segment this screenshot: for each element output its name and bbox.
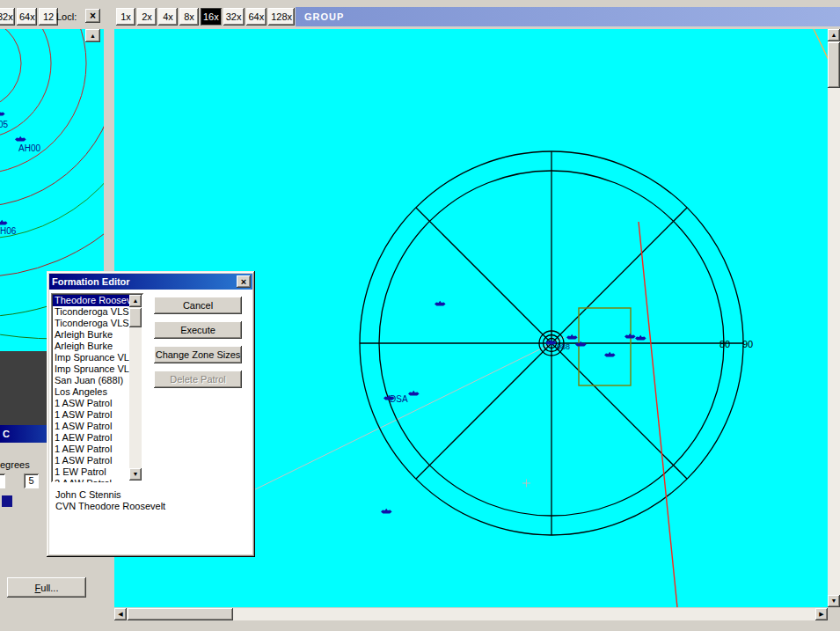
group-titlebar[interactable]: GROUP [296, 7, 840, 26]
list-scroll-up-button[interactable]: ▲ [129, 295, 142, 307]
left-window-close-button[interactable]: × [85, 9, 100, 23]
formation-list-item[interactable]: 1 EW Patrol [53, 466, 129, 478]
dialog-close-button[interactable]: × [237, 275, 251, 288]
vertical-scrollbar-thumb[interactable] [828, 42, 840, 88]
course-line-gray [237, 337, 565, 498]
formation-list-item[interactable]: 1 AEW Patrol [53, 432, 129, 444]
patrol-zone-rect[interactable] [579, 308, 631, 385]
hidden-window-title: C [3, 429, 10, 439]
ship-icon[interactable] [566, 334, 578, 340]
delete-patrol-button: Delete Patrol [154, 371, 242, 388]
zoom-button-64x[interactable]: 64x [17, 8, 37, 26]
formation-list-item[interactable]: Ticonderoga VLS [53, 306, 129, 318]
ship-icon[interactable] [381, 509, 392, 514]
ship-icon[interactable] [0, 220, 8, 225]
ship-icon[interactable] [435, 301, 446, 306]
dialog-info-line: John C Stennis [55, 489, 165, 501]
ship-icon[interactable] [0, 111, 5, 116]
dialog-buttons: CancelExecuteChange Zone SizesDelete Pat… [154, 297, 242, 395]
formation-list-item[interactable]: Ticonderoga VLS [53, 318, 129, 329]
dialog-info-line: CVN Theodore Roosevelt [55, 501, 165, 512]
left-zoom-toolbar: 32x64x12 [0, 8, 58, 26]
formation-list-item[interactable]: Imp Spruance VLS [53, 352, 129, 363]
contact-label-dsa: DSA [390, 394, 408, 404]
scroll-up-button[interactable]: ▲ [828, 29, 840, 41]
threat-line-red [639, 222, 677, 607]
cancel-button[interactable]: Cancel [154, 297, 242, 314]
ship-icon[interactable] [575, 341, 587, 347]
formation-editor-dialog: Formation Editor × Theodore RoosevTicond… [47, 271, 255, 557]
zoom-button-32x[interactable]: 32x [0, 8, 15, 26]
value-field[interactable]: 5 [24, 473, 39, 488]
vertical-scrollbar[interactable]: ▲ ▼ [828, 29, 840, 607]
down-arrow-icon: ▼ [831, 598, 837, 604]
zoom-button-12[interactable]: 12 [39, 8, 58, 26]
formation-list-item[interactable]: 1 ASW Patrol [53, 409, 129, 421]
scroll-right-button[interactable]: ▶ [815, 608, 828, 620]
unit-label: H06 [0, 226, 17, 236]
ships-layer [381, 301, 646, 514]
range-label-80: 80 [719, 339, 730, 349]
formation-list-item[interactable]: Imp Spruance VLS [53, 363, 129, 375]
zoom-button-64x[interactable]: 64x [246, 8, 267, 26]
zoom-button-1x[interactable]: 1x [116, 8, 135, 26]
formation-listbox: Theodore RoosevTiconderoga VLSTiconderog… [51, 293, 143, 482]
value-field-text: 5 [28, 475, 33, 486]
unit-label: 05 [0, 120, 9, 129]
range-label-90: 90 [742, 339, 753, 349]
execute-button[interactable]: Execute [154, 321, 242, 339]
ship-icon[interactable] [15, 136, 26, 142]
scroll-left-button[interactable]: ◀ [114, 608, 127, 620]
left-arrow-icon: ◀ [118, 611, 122, 617]
scroll-down-button[interactable]: ▼ [828, 595, 840, 607]
zoom-button-128x[interactable]: 128x [268, 8, 295, 26]
formation-list-item[interactable]: 1 ASW Patrol [53, 398, 129, 409]
dialog-titlebar[interactable]: Formation Editor [49, 274, 252, 290]
list-scrollbar-thumb[interactable] [129, 308, 142, 327]
change-zone-sizes-button[interactable]: Change Zone Sizes [154, 346, 242, 363]
formation-list-item[interactable]: Los Angeles [53, 386, 129, 398]
formation-list-item[interactable]: 1 ASW Patrol [53, 455, 129, 466]
clipped-field[interactable] [0, 473, 5, 488]
group-title: GROUP [304, 11, 344, 22]
full-button-label: Full... [7, 583, 86, 593]
center-unit-label: 088 [557, 342, 570, 351]
formation-list-item[interactable]: 1 AEW Patrol [53, 444, 129, 455]
formation-list-item[interactable]: 1 ASW Patrol [53, 421, 129, 432]
zoom-button-2x[interactable]: 2x [137, 8, 157, 26]
zoom-button-16x[interactable]: 16x [201, 8, 222, 26]
dialog-title: Formation Editor [49, 276, 130, 287]
formation-list-item[interactable]: San Juan (688I) [53, 375, 129, 386]
dialog-info: John C StennisCVN Theodore Roosevelt [55, 489, 165, 512]
zoom-toolbar: 1x2x4x8x16x32x64x128x [116, 8, 295, 26]
screen: { "colors": { "map_bg": "#00ffff", "chro… [0, 0, 840, 631]
up-arrow-icon: ▲ [90, 33, 96, 39]
right-arrow-icon: ▶ [819, 611, 823, 617]
formation-list-item[interactable]: 2 AAW Patrol [53, 478, 129, 482]
list-scrollbar[interactable]: ▲ ▼ [129, 295, 142, 481]
up-arrow-icon: ▲ [133, 297, 139, 304]
list-scroll-down-button[interactable]: ▼ [129, 468, 142, 481]
map-labels: 80 90 088 DSA [390, 339, 753, 404]
up-arrow-icon: ▲ [831, 32, 837, 38]
horizontal-scrollbar-thumb[interactable] [128, 608, 233, 620]
waypoint-marker [522, 480, 530, 488]
unit-icon [2, 495, 12, 507]
ship-icon[interactable] [635, 335, 646, 341]
zoom-button-32x[interactable]: 32x [223, 8, 245, 26]
formation-list-item[interactable]: Arleigh Burke [53, 329, 129, 341]
ship-icon[interactable] [604, 352, 616, 357]
lock-label: Locl: [56, 11, 77, 22]
formation-list-item[interactable]: Arleigh Burke [53, 341, 129, 352]
horizontal-scrollbar[interactable]: ◀ ▶ [114, 608, 828, 620]
unit-label: AH00 [18, 143, 40, 153]
scrollbar-corner [828, 608, 840, 620]
left-scroll-up-button[interactable]: ▲ [85, 29, 100, 42]
ship-icon[interactable] [408, 391, 420, 396]
formation-list-item[interactable]: Theodore Roosev [53, 295, 129, 306]
full-button[interactable]: Full... [7, 577, 86, 598]
zoom-button-4x[interactable]: 4x [158, 8, 178, 26]
ship-icon[interactable] [625, 334, 636, 339]
zoom-button-8x[interactable]: 8x [179, 8, 199, 26]
degrees-label: egrees [0, 459, 30, 470]
